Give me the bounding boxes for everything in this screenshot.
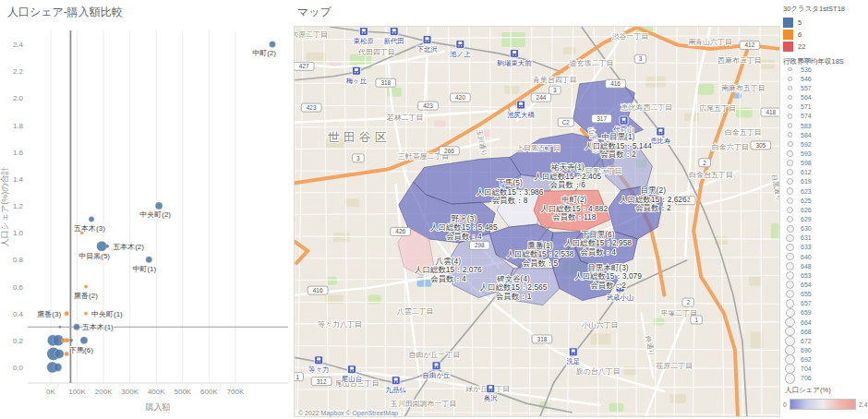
road-shield: 318 (376, 78, 396, 87)
size-legend-item[interactable]: 631 (783, 233, 812, 243)
size-value-label: 668 (801, 329, 812, 335)
scatter-point[interactable] (105, 245, 109, 248)
station-label: 恵比寿 (650, 137, 671, 145)
region-members: 会員数：2 (600, 150, 636, 159)
scatter-point[interactable] (73, 324, 79, 330)
size-legend-item[interactable]: 623 (783, 186, 812, 196)
size-circle-box (783, 290, 797, 299)
area-label: 玉川田園調布一丁目 (391, 400, 457, 408)
size-circle-icon (785, 336, 795, 346)
road-shield-number: 412 (745, 42, 755, 48)
size-legend-item[interactable]: 619 (783, 177, 812, 186)
station-icon-wheel (428, 41, 428, 42)
scatter-point[interactable] (155, 202, 163, 210)
cluster-legend-item[interactable]: 5 (783, 17, 868, 29)
size-legend-item[interactable]: 648 (783, 261, 812, 270)
size-legend-item[interactable]: 629 (783, 214, 812, 223)
size-legend-item[interactable]: 626 (783, 205, 812, 214)
size-circle-box (783, 132, 797, 138)
map-attribution[interactable]: © 2022 Mapbox © OpenStreetMap (295, 410, 401, 416)
size-legend-item[interactable]: 655 (783, 290, 812, 299)
map-title: マップ (297, 5, 332, 20)
station-icon-train (622, 118, 626, 121)
size-circle-icon (787, 178, 793, 185)
size-legend-item[interactable]: 528 (783, 55, 812, 65)
station-icon-wheel (392, 32, 393, 33)
area-label: 西麻布二丁目 (717, 56, 762, 65)
map-canvas[interactable]: 大原二丁目代田四丁目若林二丁目三軒茶屋二丁目上目黒五丁目中目黒二丁目青葉台四丁目… (294, 26, 780, 417)
scatter-point[interactable] (54, 364, 62, 372)
size-legend-item[interactable]: 592 (783, 139, 812, 149)
station-icon-train (426, 37, 429, 40)
share-gradient-bar[interactable] (790, 399, 856, 410)
scatter-point[interactable] (69, 339, 73, 342)
size-legend-item[interactable]: 612 (783, 168, 812, 177)
cluster-value-label: 6 (798, 30, 802, 39)
size-value-label: 619 (801, 178, 812, 185)
x-tick-label: 300K (121, 388, 139, 396)
scatter-point[interactable] (65, 311, 69, 316)
road-shield-number: 423 (307, 104, 317, 111)
size-value-label: 625 (801, 198, 812, 204)
size-legend-item[interactable]: 536 (783, 65, 812, 74)
station-label: 新代田 (384, 37, 404, 45)
size-value-label: 657 (801, 300, 812, 306)
size-legend-item[interactable]: 690 (783, 345, 812, 354)
scatter-title: 人口シェア-購入額比較 (7, 5, 123, 20)
region-members: 会員数：2 (590, 281, 626, 290)
size-legend-item[interactable]: 564 (783, 93, 812, 102)
scatter-point[interactable] (58, 326, 61, 329)
scatter-point[interactable] (80, 337, 88, 344)
scatter-point[interactable] (146, 257, 152, 263)
size-legend-item[interactable]: 584 (783, 130, 812, 139)
size-legend-item[interactable]: 668 (783, 327, 812, 336)
size-legend-item[interactable]: 640 (783, 252, 812, 261)
size-legend-item[interactable]: 653 (783, 270, 812, 280)
road-shield: 426 (391, 227, 411, 235)
size-legend-item[interactable]: 657 (783, 299, 812, 308)
scatter-point[interactable] (65, 338, 69, 342)
size-value-label: 655 (801, 291, 812, 297)
scatter-point[interactable] (65, 352, 69, 356)
size-circle-box (783, 327, 797, 336)
region-members: 会員数：2 (635, 203, 671, 212)
road-shield: 317 (592, 114, 612, 123)
size-legend-item[interactable]: 593 (783, 149, 812, 158)
cluster-legend-item[interactable]: 6 (783, 29, 868, 41)
road-shield: 298 (469, 241, 489, 249)
size-legend-item[interactable]: 546 (783, 74, 812, 83)
size-legend-item[interactable]: 654 (783, 280, 812, 289)
size-legend-item[interactable]: 672 (783, 336, 812, 345)
size-legend-item[interactable]: 659 (783, 308, 812, 317)
road-shield: 427 (294, 62, 314, 70)
x-tick-label: 200K (95, 388, 113, 396)
size-circle-box (783, 336, 797, 346)
cluster-legend-item[interactable]: 22 (783, 41, 868, 53)
size-legend-item[interactable]: 598 (783, 159, 812, 168)
size-legend-item[interactable]: 583 (783, 121, 812, 130)
cluster-color-swatch (783, 42, 793, 52)
size-circle-icon (786, 299, 795, 308)
size-legend-item[interactable]: 557 (783, 83, 812, 92)
size-legend-item[interactable]: 625 (783, 196, 812, 205)
scatter-point[interactable] (84, 285, 88, 289)
scatter-point[interactable] (269, 42, 275, 48)
size-circle-box (783, 104, 797, 109)
road-shield-number: 427 (299, 63, 309, 69)
size-legend-item[interactable]: 574 (783, 112, 812, 121)
size-value-label: 574 (801, 113, 812, 119)
size-legend-item[interactable]: 664 (783, 317, 812, 327)
station-icon (315, 356, 323, 365)
area-label: 恵比寿西二丁目 (621, 103, 673, 112)
size-legend-item[interactable]: 571 (783, 102, 812, 112)
scatter-point[interactable] (54, 349, 64, 358)
station-icon-train (394, 377, 398, 380)
size-legend-item[interactable]: 630 (783, 224, 812, 233)
scatter-point[interactable] (89, 217, 94, 222)
share-max: 2.4 (859, 401, 868, 408)
size-circle-icon (785, 317, 794, 327)
size-value-label: 630 (801, 225, 812, 232)
y-tick-label: 2.0 (13, 94, 24, 102)
scatter-point[interactable] (84, 312, 88, 316)
size-legend-item[interactable]: 633 (783, 243, 812, 252)
